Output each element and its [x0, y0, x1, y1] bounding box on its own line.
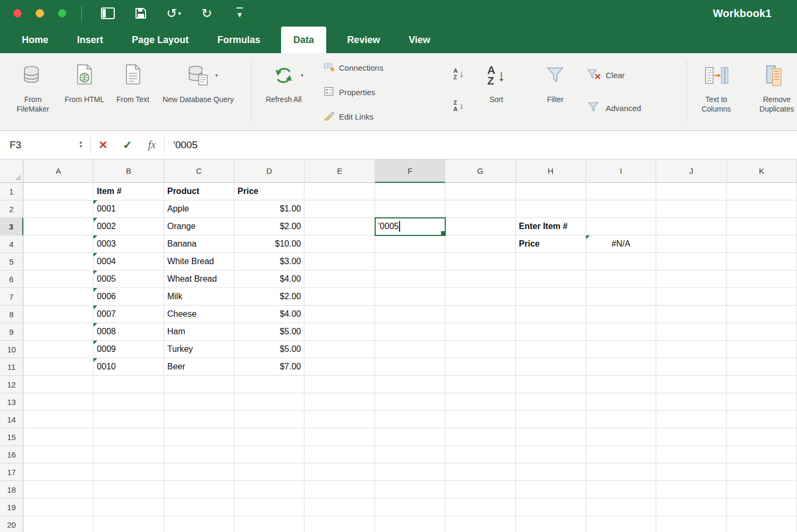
cell-B2[interactable]: 0001	[94, 200, 164, 218]
cell-B17[interactable]	[94, 463, 164, 481]
cell-C13[interactable]	[164, 393, 234, 411]
tab-formulas[interactable]: Formulas	[209, 27, 268, 53]
cell-J4[interactable]	[656, 235, 726, 253]
cell-E3[interactable]	[304, 218, 375, 235]
cell-K6[interactable]	[727, 271, 797, 288]
insert-function-button[interactable]: fx	[140, 131, 164, 159]
row-header-13[interactable]: 13	[0, 393, 23, 411]
cell-K11[interactable]	[727, 358, 797, 376]
cell-G4[interactable]	[445, 235, 515, 253]
cell-J18[interactable]	[656, 481, 726, 499]
cell-A11[interactable]	[23, 358, 94, 376]
cell-D20[interactable]	[234, 516, 304, 532]
cell-F5[interactable]	[375, 253, 445, 271]
cell-B4[interactable]: 0003	[94, 235, 164, 253]
cell-B9[interactable]: 0008	[94, 323, 164, 341]
cell-B8[interactable]: 0007	[94, 306, 164, 323]
cell-G14[interactable]	[445, 411, 515, 428]
cell-E12[interactable]	[304, 376, 375, 393]
cell-H10[interactable]	[516, 341, 586, 358]
cell-K18[interactable]	[727, 481, 797, 499]
cell-D17[interactable]	[234, 463, 304, 481]
cell-F16[interactable]	[375, 446, 445, 463]
cell-G10[interactable]	[445, 341, 515, 358]
cell-G8[interactable]	[445, 306, 515, 323]
cell-K9[interactable]	[727, 323, 797, 341]
cell-C15[interactable]	[164, 428, 234, 446]
row-header-2[interactable]: 2	[0, 200, 23, 218]
cell-I3[interactable]	[586, 218, 656, 235]
cell-G17[interactable]	[445, 463, 515, 481]
cell-D3[interactable]: $2.00	[234, 218, 304, 235]
name-box-stepper[interactable]: ▲ ▼	[79, 140, 83, 150]
properties-button[interactable]: Properties	[324, 84, 375, 100]
cell-H2[interactable]	[516, 200, 586, 218]
cell-A18[interactable]	[23, 481, 94, 499]
cell-B19[interactable]	[94, 499, 164, 516]
cell-G13[interactable]	[445, 393, 515, 411]
cell-K5[interactable]	[727, 253, 797, 271]
cell-K17[interactable]	[727, 463, 797, 481]
cell-A7[interactable]	[23, 288, 94, 306]
cell-K3[interactable]	[727, 218, 797, 235]
cell-H9[interactable]	[516, 323, 586, 341]
row-header-5[interactable]: 5	[0, 253, 23, 271]
cell-F12[interactable]	[375, 376, 445, 393]
cell-C16[interactable]	[164, 446, 234, 463]
cell-H14[interactable]	[516, 411, 586, 428]
cell-F20[interactable]	[375, 516, 445, 532]
cell-C1[interactable]: Product	[164, 183, 234, 200]
row-header-15[interactable]: 15	[0, 428, 23, 446]
cell-K13[interactable]	[727, 393, 797, 411]
cell-F7[interactable]	[375, 288, 445, 306]
cell-G3[interactable]	[445, 218, 515, 235]
cell-I2[interactable]	[586, 200, 656, 218]
cell-J13[interactable]	[656, 393, 726, 411]
cell-C18[interactable]	[164, 481, 234, 499]
workbook-panes-icon[interactable]	[99, 4, 117, 22]
cell-G16[interactable]	[445, 446, 515, 463]
cell-K7[interactable]	[727, 288, 797, 306]
cell-I11[interactable]	[586, 358, 656, 376]
column-header-E[interactable]: E	[304, 159, 375, 183]
cell-E10[interactable]	[304, 341, 375, 358]
redo-button[interactable]: ↻	[198, 4, 216, 22]
cell-E13[interactable]	[304, 393, 375, 411]
cell-E5[interactable]	[304, 253, 375, 271]
cell-I6[interactable]	[586, 271, 656, 288]
row-header-9[interactable]: 9	[0, 323, 23, 341]
dropdown-icon[interactable]: ▾	[301, 72, 303, 78]
cell-E17[interactable]	[304, 463, 375, 481]
cell-C6[interactable]: Wheat Bread	[164, 271, 234, 288]
cell-A3[interactable]	[23, 218, 94, 235]
cell-F3[interactable]: '0005	[375, 218, 445, 235]
cell-D18[interactable]	[234, 481, 304, 499]
cell-K12[interactable]	[727, 376, 797, 393]
row-header-10[interactable]: 10	[0, 341, 23, 358]
cell-I15[interactable]	[586, 428, 656, 446]
cell-J16[interactable]	[656, 446, 726, 463]
row-header-8[interactable]: 8	[0, 306, 23, 323]
cell-D9[interactable]: $5.00	[234, 323, 304, 341]
cell-C19[interactable]	[164, 499, 234, 516]
cell-B3[interactable]: 0002	[94, 218, 164, 235]
cell-D5[interactable]: $3.00	[234, 253, 304, 271]
cell-I4[interactable]: #N/A	[586, 235, 656, 253]
cell-A12[interactable]	[23, 376, 94, 393]
cell-I13[interactable]	[586, 393, 656, 411]
row-header-6[interactable]: 6	[0, 271, 23, 288]
row-header-20[interactable]: 20	[0, 516, 23, 532]
cell-K1[interactable]	[727, 183, 797, 200]
cell-I20[interactable]	[586, 516, 656, 532]
cell-H12[interactable]	[516, 376, 586, 393]
cell-E20[interactable]	[304, 516, 375, 532]
cell-A14[interactable]	[23, 411, 94, 428]
cell-D12[interactable]	[234, 376, 304, 393]
formula-input[interactable]: '0005	[173, 139, 198, 151]
name-box[interactable]: F3 ▲ ▼	[0, 131, 90, 159]
column-header-B[interactable]: B	[94, 159, 164, 183]
cell-J8[interactable]	[656, 306, 726, 323]
cell-K10[interactable]	[727, 341, 797, 358]
from-html-button[interactable]: From HTML	[60, 58, 109, 126]
undo-dropdown-icon[interactable]: ▾	[178, 10, 181, 17]
